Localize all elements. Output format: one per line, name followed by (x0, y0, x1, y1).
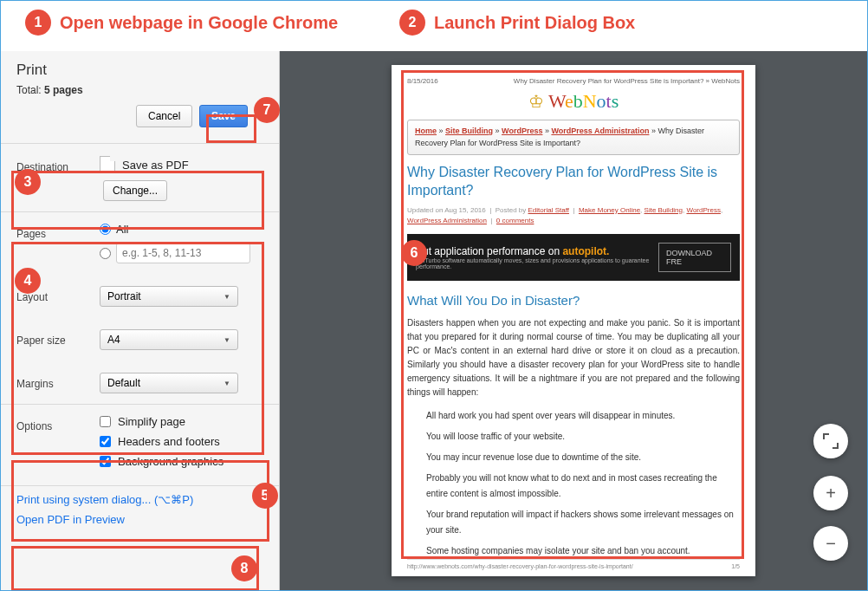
section-heading: What Will You Do in Disaster? (407, 293, 740, 308)
fullscreen-icon (825, 435, 837, 447)
breadcrumb: Home » Site Building » WordPress » WordP… (407, 120, 740, 155)
annotations-layer: 1 Open webpage in Google Chrome 2 Launch… (1, 10, 867, 44)
article-title: Why Disaster Recovery Plan for WordPress… (407, 164, 740, 200)
article-meta: Updated on Aug 15, 2016 | Posted by Edit… (407, 205, 740, 228)
total-pages: Total: 5 pages (16, 84, 263, 96)
footer-url: http://www.webnots.com/why-disaster-reco… (407, 563, 633, 569)
change-button[interactable]: Change... (103, 180, 167, 201)
simplify-checkbox[interactable]: Simplify page (100, 415, 263, 428)
dialog-title: Print (16, 62, 263, 79)
pages-range-input[interactable] (116, 243, 250, 263)
annotation-2-badge: 2 (399, 10, 425, 36)
annotation-1-text: Open webpage in Google Chrome (60, 13, 338, 33)
cancel-button[interactable]: Cancel (136, 105, 192, 127)
pages-range-radio[interactable] (100, 243, 263, 263)
fullscreen-button[interactable] (813, 424, 848, 458)
pages-all-radio[interactable]: All (100, 223, 263, 236)
paper-label: Paper size (16, 329, 89, 347)
print-preview: 8/15/2016 Why Disaster Recovery Plan for… (280, 51, 867, 590)
body-paragraph: Disasters happen when you are not expect… (407, 316, 740, 399)
margins-label: Margins (16, 373, 89, 390)
plus-icon: + (826, 484, 836, 503)
background-checkbox[interactable]: Background graphics (100, 455, 263, 468)
footer-page: 1/5 (731, 563, 740, 569)
page-header-date: 8/15/2016 (407, 77, 438, 85)
save-button[interactable]: Save (199, 105, 248, 127)
preview-page: 8/15/2016 Why Disaster Recovery Plan for… (392, 65, 755, 576)
open-preview-link[interactable]: Open PDF in Preview (1, 510, 279, 529)
crown-icon: ♔ (528, 92, 544, 111)
annotation-3-badge: 3 (15, 169, 41, 195)
destination-value: Save as PDF (122, 159, 189, 172)
zoom-out-button[interactable]: − (813, 526, 848, 561)
site-logo: ♔ WebNots (407, 90, 740, 113)
annotation-5-badge: 5 (252, 483, 278, 509)
bullet-list: All hard work you had spent over years w… (426, 408, 740, 559)
ad-banner: Put application performance on autopilot… (407, 234, 740, 281)
annotation-6-badge: 6 (401, 240, 427, 266)
print-sidebar: Print Total: 5 pages Cancel Save Destina… (1, 51, 280, 590)
headers-checkbox[interactable]: Headers and footers (100, 435, 263, 448)
annotation-7-badge: 7 (254, 97, 280, 123)
system-dialog-link[interactable]: Print using system dialog... (⌥⌘P) (1, 490, 279, 510)
options-label: Options (16, 415, 89, 432)
pages-label: Pages (16, 223, 89, 240)
minus-icon: − (826, 534, 836, 554)
annotation-8-badge: 8 (231, 555, 257, 581)
pdf-icon (100, 156, 115, 173)
annotation-4-badge: 4 (15, 268, 41, 294)
annotation-2-text: Launch Print Dialog Box (434, 13, 635, 33)
paper-select[interactable]: A4 (100, 329, 238, 350)
annotation-1-badge: 1 (25, 10, 51, 36)
margins-select[interactable]: Default (100, 373, 238, 393)
layout-select[interactable]: Portrait (100, 286, 238, 307)
zoom-in-button[interactable]: + (813, 476, 848, 510)
page-header-title: Why Disaster Recovery Plan for WordPress… (514, 77, 740, 85)
